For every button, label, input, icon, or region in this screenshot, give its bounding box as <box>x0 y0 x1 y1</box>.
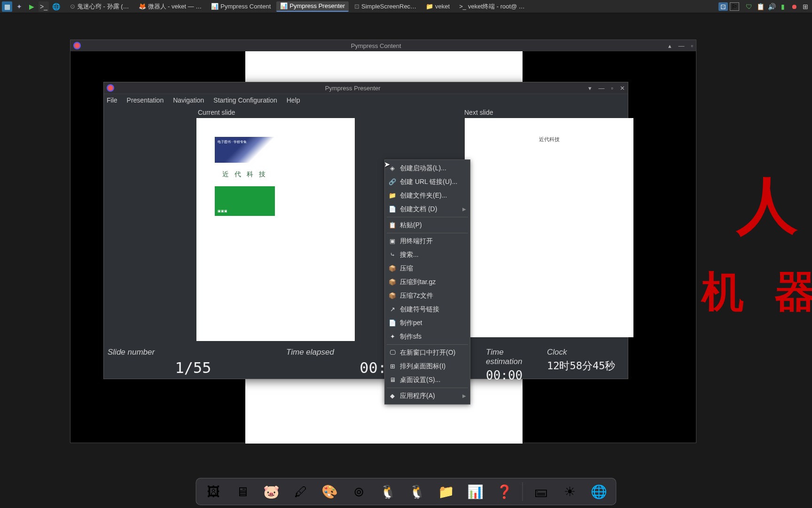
book-publisher: ▣▣▣ <box>218 209 227 213</box>
dock-app-icon[interactable]: ❓ <box>493 480 516 503</box>
context-menu-item[interactable]: ▣用终端打开 <box>385 234 470 248</box>
minimize-icon[interactable]: ▴ <box>668 42 671 49</box>
taskbar-button-label: veket <box>435 3 450 10</box>
book-title: 近 代 科 技 <box>222 170 267 179</box>
dock-app-icon[interactable]: ☀ <box>559 480 581 503</box>
next-slide-preview[interactable]: 近代科技 <box>465 118 633 337</box>
context-menu-item[interactable]: ⊞排列桌面图标(I) <box>385 359 470 373</box>
menu-navigation[interactable]: Navigation <box>173 96 204 104</box>
app-icon <box>107 84 114 92</box>
context-menu-label: 创建文档 (D) <box>400 205 437 214</box>
submenu-arrow-icon: ▶ <box>462 206 466 212</box>
presenter-window-titlebar[interactable]: Pympress Presenter ▾ — ▫ ✕ <box>104 82 628 94</box>
dock-app-icon[interactable]: 🖴 <box>530 480 552 503</box>
context-menu-label: 创建 URL 链接(U)... <box>400 178 457 186</box>
context-menu-item[interactable]: ✦制作sfs <box>385 330 470 343</box>
context-menu-separator <box>387 388 468 388</box>
tray-display-icon[interactable]: ⊡ <box>718 2 728 11</box>
taskbar-app-icon: 📊 <box>280 2 288 9</box>
context-menu-label: 应用程序(A) <box>400 392 435 400</box>
dock-app-icon[interactable]: 🖼 <box>202 480 225 503</box>
close-icon[interactable]: ✕ <box>620 85 625 92</box>
maximize-icon[interactable]: ▫ <box>611 85 613 92</box>
context-menu-label: 压缩到tar.gz <box>400 278 436 286</box>
pin-icon[interactable]: ▾ <box>588 85 592 92</box>
context-menu-label: 制作pet <box>400 319 422 327</box>
taskbar-app-icon: >_ <box>459 3 466 10</box>
system-menu-icon[interactable]: ▦ <box>2 1 12 12</box>
context-menu-item[interactable]: ◆应用程序(A)▶ <box>385 389 470 403</box>
tray-battery-icon[interactable]: ▮ <box>778 2 788 11</box>
context-menu-icon: 📦 <box>389 292 396 300</box>
taskbar-window-button[interactable]: 📊Pympress Presenter <box>276 1 349 12</box>
context-menu-item[interactable]: 📁创建文件夹(E)... <box>385 189 470 202</box>
context-menu-label: 在新窗口中打开(O) <box>400 349 455 357</box>
dock-app-icon[interactable]: 🖥 <box>231 480 254 503</box>
context-menu-item[interactable]: 🖵在新窗口中打开(O) <box>385 346 470 359</box>
dock-app-icon[interactable]: ⊚ <box>348 480 370 503</box>
slide-number-label: Slide number <box>108 348 279 357</box>
dock-app-icon[interactable]: 🌐 <box>588 480 610 503</box>
tray-shield-icon[interactable]: 🛡 <box>744 2 754 11</box>
minus-icon[interactable]: — <box>678 42 684 49</box>
context-menu-item[interactable]: 📦压缩 <box>385 262 470 275</box>
context-menu-item[interactable]: ⤷搜索... <box>385 248 470 262</box>
tray-sound-icon[interactable]: 🔊 <box>767 2 776 11</box>
dock-app-icon[interactable]: 🎨 <box>319 480 341 503</box>
dock-app-icon[interactable]: 🐧 <box>406 480 429 503</box>
taskbar-window-button[interactable]: ⊙鬼迷心窍 - 孙露 (… <box>66 1 133 12</box>
dock-app-icon[interactable]: 📁 <box>435 480 458 503</box>
context-menu-label: 创建文件夹(E)... <box>400 191 447 200</box>
taskbar-window-button[interactable]: 🦊微器人 - veket — … <box>135 1 206 12</box>
taskbar-window-button[interactable]: ⊡SimpleScreenRec… <box>351 1 420 12</box>
context-menu-separator <box>387 344 468 345</box>
current-slide-preview[interactable]: 电子图书 · 学校专集 近 代 科 技 ▣▣▣ <box>196 118 355 341</box>
dock-app-icon[interactable]: 📊 <box>464 480 487 503</box>
context-menu-item[interactable]: 📋粘贴(P) <box>385 218 470 232</box>
menu-starting-config[interactable]: Starting Configuration <box>213 96 277 104</box>
time-estimation-label: Time estimation <box>486 348 539 366</box>
context-menu-item[interactable]: ↗创建符号链接 <box>385 302 470 316</box>
content-window-titlebar[interactable]: Pympress Content ▴ — ▫ <box>70 40 696 51</box>
context-menu-item[interactable]: ◈创建启动器(L)... <box>385 161 470 175</box>
dock-app-icon[interactable]: 🐧 <box>377 480 399 503</box>
globe-icon[interactable]: 🌐 <box>51 1 61 12</box>
play-icon[interactable]: ▶ <box>26 1 37 12</box>
context-menu-item[interactable]: 🖥桌面设置(S)... <box>385 373 470 387</box>
context-menu-item[interactable]: 🔗创建 URL 链接(U)... <box>385 175 470 189</box>
dock-app-icon[interactable]: 🖊 <box>289 480 312 503</box>
context-menu-separator <box>387 233 468 233</box>
context-menu-icon: 📄 <box>389 319 396 327</box>
taskbar-window-button[interactable]: 📁veket <box>422 1 453 12</box>
tray-clipboard-icon[interactable]: 📋 <box>756 2 765 11</box>
minimize-icon[interactable]: — <box>598 85 604 92</box>
slide-number-value: 1/55 <box>108 359 279 377</box>
tray-flag-icon[interactable]: 🏳 <box>730 2 739 11</box>
tray-grid-icon[interactable]: ⊞ <box>801 2 810 11</box>
menu-file[interactable]: File <box>107 96 117 104</box>
menubar: File Presentation Navigation Starting Co… <box>104 94 628 106</box>
menu-presentation[interactable]: Presentation <box>127 96 164 104</box>
taskbar-button-label: SimpleScreenRec… <box>361 3 416 10</box>
taskbar-window-button[interactable]: >_veket终端 - root@ … <box>455 1 529 12</box>
dock-app-icon[interactable]: 🐷 <box>260 480 283 503</box>
context-menu-icon: ◈ <box>389 165 396 172</box>
context-menu-label: 用终端打开 <box>400 237 433 246</box>
book-header: 电子图书 · 学校专集 <box>218 140 247 144</box>
context-menu-item[interactable]: 📦压缩7z文件 <box>385 289 470 302</box>
context-menu-icon: ✦ <box>389 333 396 341</box>
taskbar-window-button[interactable]: 📊Pympress Content <box>207 1 274 12</box>
maximize-icon[interactable]: ▫ <box>691 42 693 49</box>
context-menu-label: 桌面设置(S)... <box>400 376 440 384</box>
terminal-icon[interactable]: >_ <box>39 1 49 12</box>
context-menu-item[interactable]: 📄制作pet <box>385 316 470 330</box>
context-menu-icon: 🔗 <box>389 178 396 186</box>
taskbar-app-icon: ⊡ <box>354 3 359 10</box>
menu-help[interactable]: Help <box>287 96 300 104</box>
context-menu-label: 制作sfs <box>400 333 422 341</box>
context-menu-item[interactable]: 📦压缩到tar.gz <box>385 275 470 289</box>
tray-record-icon[interactable]: ⏺ <box>789 2 799 11</box>
taskbar-app-icon: 🦊 <box>139 3 146 10</box>
tools-icon[interactable]: ✦ <box>14 1 24 12</box>
context-menu-item[interactable]: 📄创建文档 (D)▶ <box>385 202 470 216</box>
